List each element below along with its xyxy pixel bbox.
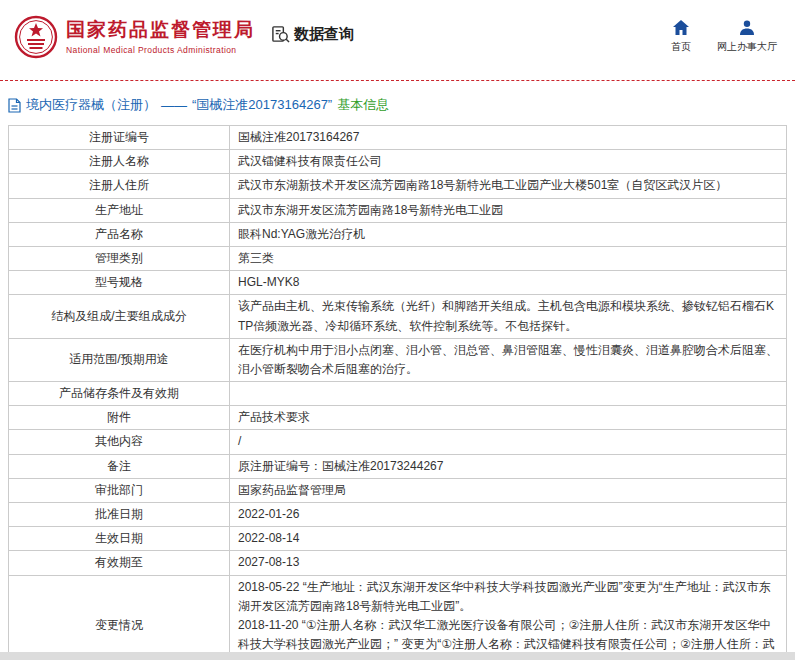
table-row: 产品储存条件及有效期 [9, 382, 787, 406]
row-value: 该产品由主机、光束传输系统（光纤）和脚踏开关组成。主机包含电源和模块系统、掺钕钇… [230, 295, 787, 338]
row-label: 管理类别 [9, 246, 230, 270]
row-value: 2018-05-22 “生产地址：武汉东湖开发区华中科技大学科技园激光产业园”变… [230, 575, 787, 660]
table-wrap: 注册证编号 国械注准20173164267 注册人名称 武汉镭健科技有限责任公司… [0, 125, 795, 660]
org-name-en: National Medical Products Administration [66, 45, 255, 55]
table-row: 变更情况 2018-05-22 “生产地址：武汉东湖开发区华中科技大学科技园激光… [9, 575, 787, 660]
row-value: 武汉市东湖开发区流芳园南路18号新特光电工业园 [230, 198, 787, 222]
breadcrumb-registration-number: “国械注准20173164267” [192, 96, 332, 114]
row-value: 2027-08-13 [230, 551, 787, 575]
table-row: 有效期至 2027-08-13 [9, 551, 787, 575]
site-header: 国家药品监督管理局 National Medical Products Admi… [0, 0, 795, 70]
row-label: 型号规格 [9, 271, 230, 295]
row-label: 有效期至 [9, 551, 230, 575]
table-row: 批准日期 2022-01-26 [9, 503, 787, 527]
table-row: 结构及组成/主要组成成分 该产品由主机、光束传输系统（光纤）和脚踏开关组成。主机… [9, 295, 787, 338]
row-value [230, 382, 787, 406]
row-label: 注册人住所 [9, 174, 230, 198]
table-row: 其他内容 / [9, 430, 787, 454]
footer-strip [0, 652, 795, 660]
table-row: 型号规格 HGL-MYK8 [9, 271, 787, 295]
row-label: 其他内容 [9, 430, 230, 454]
row-value: 武汉镭健科技有限责任公司 [230, 150, 787, 174]
page: 国家药品监督管理局 National Medical Products Admi… [0, 0, 795, 660]
row-value: 2022-01-26 [230, 503, 787, 527]
row-label: 生产地址 [9, 198, 230, 222]
table-row: 生产地址 武汉市东湖开发区流芳园南路18号新特光电工业园 [9, 198, 787, 222]
nav-service-hall-label: 网上办事大厅 [717, 40, 777, 54]
row-value: 武汉市东湖新技术开发区流芳园南路18号新特光电工业园产业大楼501室（自贸区武汉… [230, 174, 787, 198]
row-value: 在医疗机构中用于泪小点闭塞、泪小管、泪总管、鼻泪管阻塞、慢性泪囊炎、泪道鼻腔吻合… [230, 338, 787, 381]
row-value: 产品技术要求 [230, 406, 787, 430]
row-value: 国械注准20173164267 [230, 126, 787, 150]
table-row: 注册人住所 武汉市东湖新技术开发区流芳园南路18号新特光电工业园产业大楼501室… [9, 174, 787, 198]
data-query-search-icon [271, 25, 290, 44]
data-query-label: 数据查询 [294, 25, 354, 44]
brand: 国家药品监督管理局 National Medical Products Admi… [14, 15, 255, 59]
row-label: 备注 [9, 454, 230, 478]
row-value: 原注册证编号：国械注准20173244267 [230, 454, 787, 478]
data-query-title: 数据查询 [271, 25, 354, 44]
table-row: 适用范围/预期用途 在医疗机构中用于泪小点闭塞、泪小管、泪总管、鼻泪管阻塞、慢性… [9, 338, 787, 381]
row-value: / [230, 430, 787, 454]
table-row: 附件 产品技术要求 [9, 406, 787, 430]
breadcrumb-category[interactable]: 境内医疗器械（注册） [26, 96, 156, 114]
table-row: 注册证编号 国械注准20173164267 [9, 126, 787, 150]
row-label: 附件 [9, 406, 230, 430]
home-icon [673, 20, 689, 37]
table-row: 审批部门 国家药品监督管理局 [9, 478, 787, 502]
row-label: 生效日期 [9, 527, 230, 551]
nav-home-label: 首页 [671, 40, 691, 54]
table-row: 产品名称 眼科Nd:YAG激光治疗机 [9, 222, 787, 246]
breadcrumb-suffix: 基本信息 [337, 96, 389, 114]
user-icon [740, 20, 754, 37]
brand-text: 国家药品监督管理局 National Medical Products Admi… [66, 19, 255, 55]
table-row: 备注 原注册证编号：国械注准20173244267 [9, 454, 787, 478]
row-value: 眼科Nd:YAG激光治疗机 [230, 222, 787, 246]
breadcrumb-separator: —— [161, 98, 187, 113]
nav-home[interactable]: 首页 [671, 20, 691, 54]
row-value: HGL-MYK8 [230, 271, 787, 295]
row-label: 适用范围/预期用途 [9, 338, 230, 381]
table-row: 注册人名称 武汉镭健科技有限责任公司 [9, 150, 787, 174]
row-label: 产品名称 [9, 222, 230, 246]
row-label: 审批部门 [9, 478, 230, 502]
table-row: 管理类别 第三类 [9, 246, 787, 270]
row-label: 结构及组成/主要组成成分 [9, 295, 230, 338]
breadcrumb: 境内医疗器械（注册） —— “国械注准20173164267” 基本信息 [0, 81, 795, 125]
row-label: 产品储存条件及有效期 [9, 382, 230, 406]
table-row: 生效日期 2022-08-14 [9, 527, 787, 551]
nav-service-hall[interactable]: 网上办事大厅 [717, 20, 777, 54]
registration-info-table: 注册证编号 国械注准20173164267 注册人名称 武汉镭健科技有限责任公司… [8, 125, 787, 660]
org-name: 国家药品监督管理局 [66, 19, 255, 42]
row-label: 注册证编号 [9, 126, 230, 150]
row-label: 批准日期 [9, 503, 230, 527]
document-icon [8, 98, 21, 113]
row-value: 第三类 [230, 246, 787, 270]
header-nav: 首页 网上办事大厅 [671, 20, 777, 54]
national-emblem-logo [14, 15, 58, 59]
row-value: 2022-08-14 [230, 527, 787, 551]
row-value: 国家药品监督管理局 [230, 478, 787, 502]
row-label: 变更情况 [9, 575, 230, 660]
row-label: 注册人名称 [9, 150, 230, 174]
